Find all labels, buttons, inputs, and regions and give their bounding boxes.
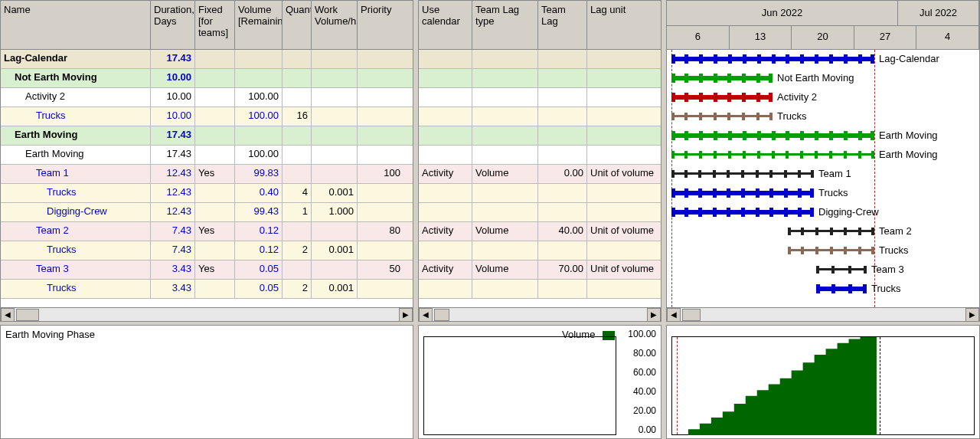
cell[interactable] bbox=[283, 165, 312, 183]
cell[interactable]: Trucks bbox=[1, 184, 151, 202]
cell[interactable]: 0.12 bbox=[235, 222, 283, 241]
cell[interactable]: Earth Moving bbox=[1, 146, 151, 164]
cell[interactable] bbox=[195, 107, 235, 126]
cell[interactable]: 7.43 bbox=[151, 222, 195, 241]
gantt-bar[interactable] bbox=[671, 169, 814, 179]
table-row[interactable] bbox=[419, 184, 661, 203]
cell[interactable] bbox=[538, 146, 587, 164]
cell[interactable] bbox=[195, 146, 235, 164]
cell[interactable] bbox=[472, 50, 538, 68]
table-row[interactable]: Digging-Crew12.4399.4311.000 bbox=[1, 203, 413, 222]
gantt-row[interactable]: Earth Moving bbox=[667, 146, 979, 165]
cell[interactable] bbox=[312, 260, 358, 279]
table-row[interactable] bbox=[419, 203, 661, 222]
col-header[interactable]: Fixed [for teams] bbox=[195, 1, 235, 49]
cell[interactable] bbox=[587, 69, 661, 87]
col-header[interactable]: Work Volume/hr bbox=[312, 1, 358, 49]
cell[interactable]: Activity bbox=[419, 222, 472, 241]
col-header[interactable]: Volume [Remaining] bbox=[235, 1, 283, 49]
cell[interactable]: Team 2 bbox=[1, 222, 151, 241]
cell[interactable]: 0.00 bbox=[538, 165, 587, 183]
cell[interactable] bbox=[419, 184, 472, 202]
gantt-bar[interactable] bbox=[671, 207, 814, 218]
cell[interactable] bbox=[358, 203, 403, 221]
cell[interactable] bbox=[419, 241, 472, 260]
cell[interactable] bbox=[472, 184, 538, 202]
cell[interactable] bbox=[587, 88, 661, 106]
cell[interactable]: 99.83 bbox=[235, 165, 283, 183]
cell[interactable]: 0.40 bbox=[235, 184, 283, 202]
cell[interactable] bbox=[538, 184, 587, 202]
cell[interactable] bbox=[472, 241, 538, 260]
table-row[interactable] bbox=[419, 50, 661, 69]
gantt-bar[interactable] bbox=[671, 54, 874, 64]
scroll-left-icon[interactable]: ◀ bbox=[419, 308, 433, 322]
cell[interactable]: 17.43 bbox=[151, 146, 195, 164]
cell[interactable] bbox=[283, 260, 312, 279]
col-header[interactable]: Team Lag type bbox=[472, 1, 538, 49]
cell[interactable] bbox=[312, 146, 358, 164]
scroll-thumb[interactable] bbox=[16, 309, 39, 321]
cell[interactable] bbox=[358, 88, 403, 106]
cell[interactable] bbox=[538, 241, 587, 260]
cell[interactable]: Volume bbox=[472, 165, 538, 183]
cell[interactable] bbox=[587, 184, 661, 202]
table-row[interactable] bbox=[419, 241, 661, 260]
scroll-right-icon[interactable]: ▶ bbox=[399, 308, 413, 322]
gantt-chart[interactable]: Lag-CalendarNot Earth MovingActivity 2Tr… bbox=[667, 50, 979, 307]
gantt-bar[interactable] bbox=[671, 92, 773, 103]
gantt-bar[interactable] bbox=[816, 283, 867, 294]
gantt-row[interactable]: Not Earth Moving bbox=[667, 69, 979, 88]
cell[interactable]: 12.43 bbox=[151, 165, 195, 183]
gantt-bar[interactable] bbox=[671, 130, 874, 141]
cell[interactable] bbox=[587, 50, 661, 68]
cell[interactable]: Trucks bbox=[1, 280, 151, 298]
cell[interactable]: 80 bbox=[358, 222, 403, 241]
gantt-row[interactable]: Lag-Calendar bbox=[667, 50, 979, 69]
cell[interactable] bbox=[195, 280, 235, 298]
cell[interactable]: 100.00 bbox=[235, 146, 283, 164]
cell[interactable]: 1.000 bbox=[312, 203, 358, 221]
gantt-bar[interactable] bbox=[671, 73, 773, 84]
cell[interactable] bbox=[587, 126, 661, 145]
cell[interactable] bbox=[283, 88, 312, 106]
cell[interactable] bbox=[358, 107, 403, 126]
cell[interactable] bbox=[538, 50, 587, 68]
cell[interactable]: Activity 2 bbox=[1, 88, 151, 106]
table-row[interactable]: Trucks3.430.0520.001 bbox=[1, 280, 413, 299]
cell[interactable]: Trucks bbox=[1, 241, 151, 260]
cell[interactable] bbox=[472, 126, 538, 145]
cell[interactable]: 17.43 bbox=[151, 126, 195, 145]
cell[interactable]: Unit of volume bbox=[587, 222, 661, 241]
gantt-bar[interactable] bbox=[671, 188, 814, 198]
cell[interactable] bbox=[358, 241, 403, 260]
scroll-left-icon[interactable]: ◀ bbox=[1, 308, 15, 322]
cell[interactable]: 17.43 bbox=[151, 50, 195, 68]
cell[interactable]: 50 bbox=[358, 260, 403, 279]
scroll-left-icon[interactable]: ◀ bbox=[667, 308, 681, 322]
scroll-thumb[interactable] bbox=[682, 309, 701, 321]
cell[interactable] bbox=[195, 126, 235, 145]
cell[interactable] bbox=[312, 107, 358, 126]
cell[interactable] bbox=[358, 50, 403, 68]
gantt-bar[interactable] bbox=[788, 226, 874, 237]
cell[interactable]: Team 1 bbox=[1, 165, 151, 183]
cell[interactable] bbox=[587, 203, 661, 221]
cell[interactable] bbox=[312, 222, 358, 241]
gantt-row[interactable]: Digging-Crew bbox=[667, 203, 979, 222]
cell[interactable]: Lag-Calendar bbox=[1, 50, 151, 68]
cell[interactable]: 100 bbox=[358, 165, 403, 183]
cell[interactable] bbox=[538, 69, 587, 87]
table-row[interactable]: Team 27.43Yes0.1280 bbox=[1, 222, 413, 241]
gantt-row[interactable]: Trucks bbox=[667, 107, 979, 126]
cell[interactable]: Trucks bbox=[1, 107, 151, 126]
cell[interactable] bbox=[283, 69, 312, 87]
cell[interactable] bbox=[235, 69, 283, 87]
col-header[interactable]: Team Lag bbox=[538, 1, 587, 49]
cell[interactable] bbox=[419, 203, 472, 221]
gantt-row[interactable]: Earth Moving bbox=[667, 126, 979, 146]
cell[interactable]: 10.00 bbox=[151, 107, 195, 126]
cell[interactable]: Not Earth Moving bbox=[1, 69, 151, 87]
cell[interactable]: 10.00 bbox=[151, 69, 195, 87]
cell[interactable] bbox=[195, 184, 235, 202]
